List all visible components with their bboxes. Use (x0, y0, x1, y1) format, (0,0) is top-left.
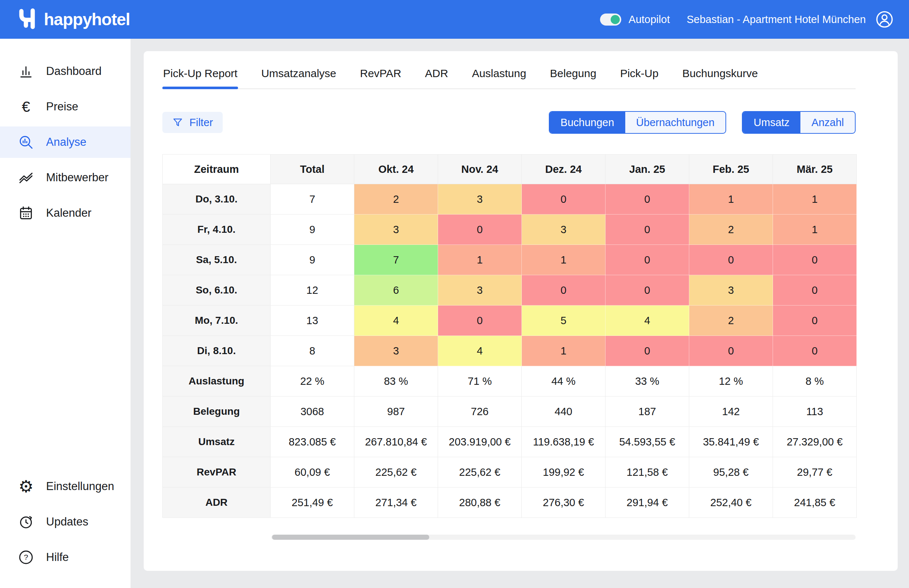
heatmap-cell: 3 (438, 184, 522, 215)
metric-cell: 29,77 € (773, 457, 857, 488)
horizontal-scrollbar-thumb[interactable] (272, 535, 429, 540)
tab-pick-up[interactable]: Pick-Up (619, 61, 659, 89)
toggle-anzahl[interactable]: Anzahl (801, 112, 855, 133)
row-label: Do, 3.10. (163, 184, 270, 215)
sidebar-item-kalender[interactable]: Kalender (0, 197, 131, 229)
total-cell: 12 (270, 275, 354, 305)
tab-bar: Pick-Up ReportUmsatzanalyseRevPARADRAusl… (162, 61, 856, 89)
column-header-zeitraum: Zeitraum (163, 155, 270, 184)
sidebar-item-preise[interactable]: €Preise (0, 91, 131, 123)
heatmap-cell: 0 (773, 275, 857, 305)
sidebar-item-hilfe[interactable]: ?Hilfe (0, 541, 131, 573)
table-row: Sa, 5.10.9711000 (163, 245, 857, 275)
metric-cell: 187 (605, 396, 689, 427)
sidebar-item-mitbewerber[interactable]: Mitbewerber (0, 162, 131, 193)
row-label: Auslastung (163, 366, 270, 396)
row-label: So, 6.10. (163, 275, 270, 305)
heatmap-cell: 0 (605, 275, 689, 305)
tab-adr[interactable]: ADR (424, 61, 449, 89)
row-label: Di, 8.10. (163, 336, 270, 366)
heatmap-cell: 0 (773, 336, 857, 366)
metric-cell: 225,62 € (354, 457, 438, 488)
heatmap-cell: 1 (522, 336, 605, 366)
tab-umsatzanalyse[interactable]: Umsatzanalyse (260, 61, 337, 89)
user-menu[interactable]: Sebastian - Apartment Hotel München (687, 10, 894, 29)
autopilot-control: Autopilot (600, 13, 670, 26)
metric-cell: 8 % (773, 366, 857, 396)
metric-cell: 121,58 € (605, 457, 689, 488)
trend-line-icon (18, 170, 34, 186)
metric-cell: 27.329,00 € (773, 427, 857, 457)
sidebar-item-analyse[interactable]: Analyse (0, 126, 131, 158)
toggle-übernachtungen[interactable]: Übernachtungen (625, 112, 725, 133)
brand-logo: happyhotel (17, 7, 130, 31)
tab-belegung[interactable]: Belegung (549, 61, 597, 89)
heatmap-cell: 4 (605, 305, 689, 336)
horizontal-scrollbar-track[interactable] (271, 535, 856, 540)
metric-cell: 113 (773, 396, 857, 427)
heatmap-cell: 2 (354, 184, 438, 215)
sidebar-item-einstellungen[interactable]: ⚙︎Einstellungen (0, 471, 131, 502)
heatmap-cell: 1 (773, 184, 857, 215)
avatar-icon[interactable] (875, 10, 894, 29)
metric-cell: 203.919,00 € (438, 427, 522, 457)
controls-row: Filter BuchungenÜbernachtungen UmsatzAnz… (162, 111, 856, 134)
metric-cell: 95,28 € (689, 457, 773, 488)
heatmap-cell: 0 (438, 305, 522, 336)
heatmap-cell: 3 (689, 275, 773, 305)
sidebar-item-updates[interactable]: Updates (0, 506, 131, 538)
calendar-icon (18, 205, 34, 221)
heatmap-cell: 0 (438, 215, 522, 245)
tab-pick-up-report[interactable]: Pick-Up Report (162, 61, 238, 89)
toggle-umsatz[interactable]: Umsatz (742, 112, 801, 133)
metric-cell: 267.810,84 € (354, 427, 438, 457)
gear-icon: ⚙︎ (18, 478, 34, 495)
metric-cell: 251,49 € (270, 488, 354, 518)
heatmap-cell: 3 (522, 215, 605, 245)
heatmap-cell: 0 (605, 336, 689, 366)
sidebar-item-label: Preise (46, 100, 78, 113)
heatmap-cell: 2 (689, 305, 773, 336)
heatmap-cell: 4 (438, 336, 522, 366)
tab-buchungskurve[interactable]: Buchungskurve (682, 61, 759, 89)
heatmap-cell: 7 (354, 245, 438, 275)
top-bar: happyhotel Autopilot Sebastian - Apartme… (0, 0, 909, 39)
table-row: Auslastung22 %83 %71 %44 %33 %12 %8 % (163, 366, 857, 396)
value-toggle-group: UmsatzAnzahl (742, 111, 856, 134)
heatmap-cell: 1 (689, 184, 773, 215)
metric-cell: 3068 (270, 396, 354, 427)
column-header-nov-24: Nov. 24 (438, 155, 522, 184)
metric-cell: 83 % (354, 366, 438, 396)
heatmap-cell: 6 (354, 275, 438, 305)
metric-cell: 12 % (689, 366, 773, 396)
table-row: Belegung3068987726440187142113 (163, 396, 857, 427)
sidebar-item-label: Updates (46, 515, 88, 528)
heatmap-cell: 0 (605, 215, 689, 245)
autopilot-toggle-knob (611, 15, 620, 24)
metric-cell: 291,94 € (605, 488, 689, 518)
autopilot-toggle[interactable] (600, 13, 621, 26)
happyhotel-logo-icon (17, 7, 38, 31)
metric-cell: 60,09 € (270, 457, 354, 488)
sidebar-bottom-group: ⚙︎EinstellungenUpdates?Hilfe (0, 471, 131, 577)
tab-auslastung[interactable]: Auslastung (471, 61, 527, 89)
metric-cell: 823.085 € (270, 427, 354, 457)
sidebar-item-label: Einstellungen (46, 480, 114, 493)
sidebar-item-label: Hilfe (46, 551, 69, 564)
table-row: RevPAR60,09 €225,62 €225,62 €199,92 €121… (163, 457, 857, 488)
heatmap-cell: 0 (773, 245, 857, 275)
sidebar-item-dashboard[interactable]: Dashboard (0, 55, 131, 87)
toggle-buchungen[interactable]: Buchungen (550, 112, 625, 133)
magnifier-chart-icon (18, 134, 34, 150)
column-header-total: Total (270, 155, 354, 184)
metric-cell: 271,34 € (354, 488, 438, 518)
filter-button[interactable]: Filter (162, 112, 223, 133)
svg-text:?: ? (24, 553, 28, 561)
metric-cell: 22 % (270, 366, 354, 396)
column-header-jan-25: Jan. 25 (605, 155, 689, 184)
heatmap-cell: 3 (354, 336, 438, 366)
metric-cell: 241,85 € (773, 488, 857, 518)
row-label: Umsatz (163, 427, 270, 457)
tab-revpar[interactable]: RevPAR (359, 61, 402, 89)
sidebar: Dashboard€PreiseAnalyseMitbewerberKalend… (0, 39, 131, 588)
